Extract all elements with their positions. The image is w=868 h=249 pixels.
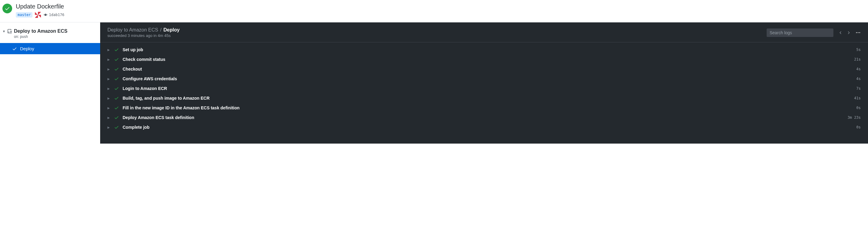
expand-caret-icon: ▶ — [107, 116, 111, 119]
step-row[interactable]: ▶Build, tag, and push image to Amazon EC… — [100, 93, 868, 103]
expand-caret-icon: ▶ — [107, 126, 111, 129]
workflow-trigger: on: push — [14, 35, 67, 39]
step-duration: 4s — [857, 77, 861, 81]
sidebar-job-label: Deploy — [20, 46, 34, 51]
step-row[interactable]: ▶Login to Amazon ECR7s — [100, 83, 868, 93]
check-icon — [114, 115, 119, 120]
step-name: Fill in the new image ID in the Amazon E… — [123, 105, 853, 110]
branch-tag[interactable]: master — [16, 12, 32, 17]
check-icon — [114, 57, 119, 62]
step-duration: 21s — [854, 57, 861, 62]
breadcrumb-separator: / — [160, 27, 161, 32]
expand-caret-icon: ▶ — [107, 106, 111, 110]
sidebar-job-deploy[interactable]: Deploy — [0, 43, 100, 54]
step-duration: 0s — [857, 106, 861, 110]
step-duration: 41s — [854, 96, 861, 100]
breadcrumb-current: Deploy — [163, 27, 180, 32]
next-match-button[interactable] — [845, 30, 851, 36]
step-name: Deploy Amazon ECS task definition — [123, 115, 844, 120]
expand-caret-icon: ▶ — [107, 68, 111, 71]
step-row[interactable]: ▶Set up job5s — [100, 45, 868, 55]
step-duration: 0s — [857, 125, 861, 129]
chevron-right-icon — [846, 31, 851, 35]
commit-sha-text: 1dab176 — [49, 13, 64, 17]
step-duration: 7s — [857, 86, 861, 91]
step-name: Complete job — [123, 125, 853, 130]
check-icon — [12, 46, 17, 51]
step-name: Login to Amazon ECR — [123, 86, 853, 91]
expand-caret-icon: ▶ — [107, 87, 111, 90]
search-logs-input[interactable] — [767, 29, 833, 37]
breadcrumb: Deploy to Amazon ECS / Deploy — [107, 27, 767, 33]
author-avatar[interactable] — [35, 12, 41, 18]
commit-link[interactable]: 1dab176 — [43, 13, 64, 17]
commit-icon — [43, 13, 48, 17]
step-duration: 3m 23s — [848, 115, 861, 120]
check-icon — [114, 67, 119, 71]
commit-title: Update Dockerfile — [16, 3, 866, 10]
check-icon — [114, 96, 119, 101]
step-row[interactable]: ▶Deploy Amazon ECS task definition3m 23s — [100, 113, 868, 122]
page-header: Update Dockerfile master 1dab176 — [0, 0, 868, 23]
step-name: Checkout — [123, 67, 853, 71]
step-row[interactable]: ▶Checkout4s — [100, 64, 868, 74]
expand-caret-icon: ▶ — [107, 48, 111, 51]
workflow-icon — [7, 29, 12, 35]
check-icon — [114, 125, 119, 130]
steps-list: ▶Set up job5s▶Check commit status21s▶Che… — [100, 42, 868, 135]
check-icon — [114, 76, 119, 81]
step-duration: 5s — [857, 47, 861, 52]
workflow-name[interactable]: Deploy to Amazon ECS — [14, 29, 67, 34]
prev-match-button[interactable] — [838, 30, 844, 36]
step-row[interactable]: ▶Fill in the new image ID in the Amazon … — [100, 103, 868, 113]
step-name: Build, tag, and push image to Amazon ECR — [123, 96, 850, 101]
step-name: Check commit status — [123, 57, 850, 62]
breadcrumb-parent[interactable]: Deploy to Amazon ECS — [107, 27, 158, 32]
log-menu-button[interactable]: ··· — [856, 30, 861, 35]
step-duration: 4s — [857, 67, 861, 71]
workflow-collapse-toggle[interactable]: ▼ — [2, 30, 5, 33]
step-name: Set up job — [123, 47, 853, 52]
step-row[interactable]: ▶Configure AWS credentials4s — [100, 74, 868, 83]
chevron-left-icon — [839, 31, 843, 35]
expand-caret-icon: ▶ — [107, 77, 111, 80]
job-status-line: succeeded 3 minutes ago in 4m 45s — [107, 33, 767, 38]
sidebar: ▼ Deploy to Amazon ECS on: push Deploy — [0, 23, 100, 144]
step-row[interactable]: ▶Complete job0s — [100, 122, 868, 132]
step-name: Configure AWS credentials — [123, 76, 853, 81]
log-panel: Deploy to Amazon ECS / Deploy succeeded … — [100, 23, 868, 144]
check-icon — [114, 105, 119, 110]
step-row[interactable]: ▶Check commit status21s — [100, 55, 868, 64]
expand-caret-icon: ▶ — [107, 97, 111, 100]
check-icon — [114, 86, 119, 91]
run-status-icon — [2, 4, 12, 13]
expand-caret-icon: ▶ — [107, 58, 111, 61]
check-icon — [114, 47, 119, 52]
